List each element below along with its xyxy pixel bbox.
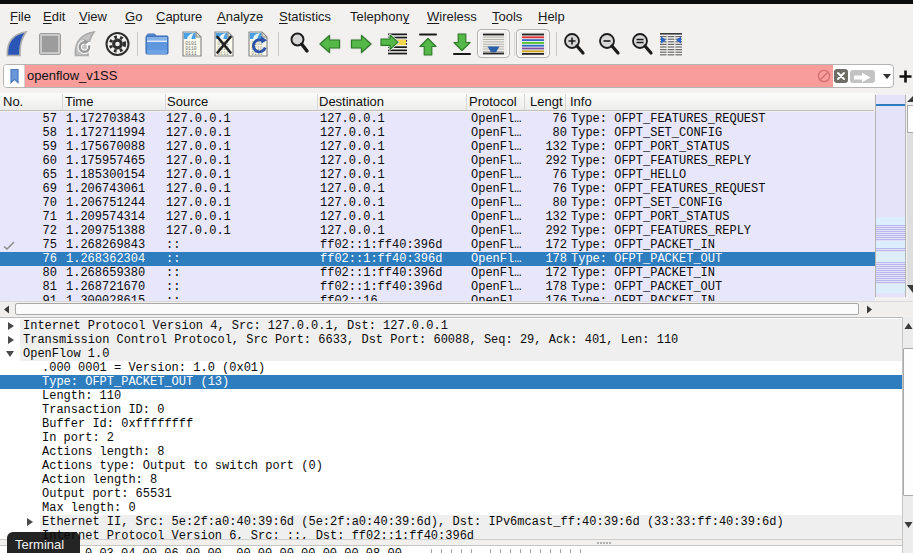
svg-text:0111: 0111 bbox=[185, 51, 197, 56]
